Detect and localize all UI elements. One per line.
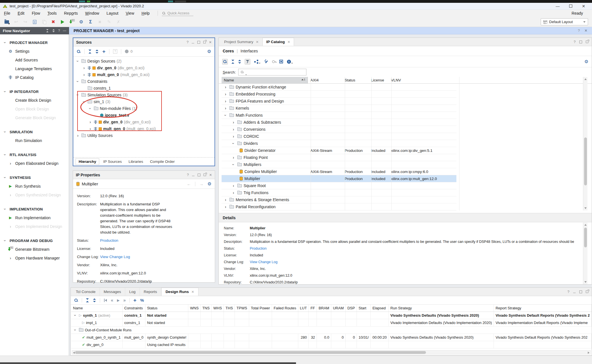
menu-reports[interactable]: Reports: [64, 11, 78, 15]
gear-icon[interactable]: [207, 181, 211, 187]
search-icon[interactable]: [77, 50, 81, 54]
menu-view[interactable]: View: [126, 11, 134, 15]
flow-section-header[interactable]: IP INTEGRATOR: [0, 87, 69, 96]
help-icon[interactable]: ?: [187, 173, 189, 177]
close-tab-icon[interactable]: ✕: [256, 40, 259, 44]
expand-icon[interactable]: [73, 314, 78, 317]
tree-row[interactable]: Simulation Sources (3): [73, 92, 215, 98]
menu-tools[interactable]: Tools: [47, 11, 57, 15]
column-header-tns[interactable]: TNS: [200, 305, 211, 312]
help-icon[interactable]: ?: [574, 40, 576, 44]
expand-all-icon[interactable]: [95, 50, 99, 54]
bottom-tab-messages[interactable]: Messages: [100, 288, 125, 296]
collapse-all-icon[interactable]: [231, 60, 235, 64]
column-header-status[interactable]: Status: [344, 77, 355, 83]
expand-icon[interactable]: [232, 134, 236, 139]
maximize-icon[interactable]: [579, 41, 582, 43]
editor-tab-ip-catalog[interactable]: IP Catalog✕: [262, 38, 294, 46]
expand-all-icon[interactable]: [238, 60, 241, 64]
maximize-icon[interactable]: [197, 41, 200, 44]
tree-row[interactable]: sim_1 (3): [73, 98, 215, 105]
minimize-icon[interactable]: [192, 176, 195, 176]
column-header-start[interactable]: Start: [357, 305, 371, 312]
table-row[interactable]: Out-of-Context Module Runs: [71, 326, 592, 334]
catalog-row[interactable]: Dividers: [222, 140, 456, 147]
flownav-item-create-block-design[interactable]: Create Block Design: [0, 96, 69, 105]
group-by-icon[interactable]: [254, 59, 261, 64]
sources-tab-hierarchy[interactable]: Hierarchy: [76, 158, 99, 165]
flow-section-header[interactable]: SIMULATION: [0, 128, 69, 136]
float-icon[interactable]: [203, 41, 206, 43]
column-header-ths[interactable]: THS: [224, 305, 235, 312]
catalog-row[interactable]: Dynamic Function eXchange: [222, 84, 456, 91]
close-icon[interactable]: ✕: [209, 41, 212, 44]
expand-icon[interactable]: [224, 205, 228, 209]
expand-icon[interactable]: [232, 183, 236, 188]
expand-icon[interactable]: [88, 120, 92, 124]
flownav-item-open-hardware-manager[interactable]: Open Hardware Manager: [0, 254, 69, 262]
maximize-icon[interactable]: [198, 174, 200, 176]
column-header-dsp[interactable]: DSP: [346, 305, 357, 312]
close-icon[interactable]: ✕: [584, 28, 587, 33]
catalog-row[interactable]: MultiplierProductionIncludedxilinx.com:i…: [222, 175, 456, 182]
tree-row[interactable]: Non-module Files (1): [73, 105, 215, 112]
expand-icon[interactable]: [82, 100, 86, 103]
expand-icon[interactable]: [76, 59, 80, 63]
maximize-icon[interactable]: [579, 290, 582, 293]
expand-icon[interactable]: [82, 66, 86, 70]
chip-icon[interactable]: [279, 60, 283, 63]
help-icon[interactable]: ?: [58, 29, 60, 33]
report-icon[interactable]: [32, 19, 37, 25]
collapse-all-icon[interactable]: [86, 298, 89, 302]
column-header-lut[interactable]: LUT: [298, 305, 309, 312]
column-header-uram[interactable]: URAM: [331, 305, 345, 312]
filter-icon[interactable]: [245, 59, 250, 65]
column-header-report-strategy[interactable]: Report Strategy: [494, 305, 591, 312]
expand-icon[interactable]: [73, 328, 78, 332]
menu-flow[interactable]: Flow: [32, 11, 40, 15]
info-icon[interactable]: [286, 59, 293, 64]
column-header-tpws[interactable]: TPWS: [235, 305, 249, 312]
run-icon[interactable]: [60, 19, 65, 25]
column-header-whs[interactable]: WHS: [211, 305, 224, 312]
bottom-tab-log[interactable]: Log: [125, 288, 140, 296]
tree-row[interactable]: Utility Sources: [73, 132, 215, 139]
expand-icon[interactable]: [232, 155, 236, 160]
bottom-tab-tcl-console[interactable]: Tcl Console: [72, 288, 100, 296]
minimize-button[interactable]: —: [556, 4, 560, 8]
generate-bitstream-icon[interactable]: 01: [69, 19, 75, 25]
property-value[interactable]: View Change Log: [250, 259, 277, 265]
run-icon[interactable]: [117, 298, 120, 302]
tree-row[interactable]: constrs_1: [73, 85, 215, 92]
column-header-wns[interactable]: WNS: [188, 305, 200, 312]
create-runs-icon[interactable]: [133, 298, 136, 302]
bottom-tab-design-runs[interactable]: Design Runs✕: [161, 288, 198, 296]
expand-icon[interactable]: [76, 134, 80, 137]
column-header-total-power[interactable]: Total Power: [249, 305, 272, 312]
catalog-row[interactable]: Conversions: [222, 126, 456, 133]
flownav-item-ip-catalog[interactable]: IP Catalog: [0, 73, 69, 82]
catalog-row[interactable]: Adders & Subtracters: [222, 119, 456, 126]
expand-all-icon[interactable]: [93, 298, 96, 302]
catalog-row[interactable]: Trig Functions: [222, 189, 456, 196]
sources-tab-ip-sources[interactable]: IP Sources: [100, 159, 125, 165]
go-to-start-icon[interactable]: [104, 299, 107, 302]
expand-icon[interactable]: [232, 162, 236, 167]
catalog-scrollbar[interactable]: [583, 77, 587, 210]
catalog-row[interactable]: Complex MultiplierAXI4-StreamProductionI…: [222, 168, 456, 175]
close-tab-icon[interactable]: ✕: [191, 290, 194, 294]
tree-row[interactable]: Design Sources (2): [73, 58, 215, 65]
resource-percent-icon[interactable]: [140, 298, 144, 303]
add-sources-icon[interactable]: [102, 50, 105, 54]
tree-row[interactable]: Constraints: [73, 78, 215, 85]
tree-row[interactable]: mult_gen_0 (mult_gen_0.xci): [73, 71, 215, 78]
minimize-icon[interactable]: [192, 43, 194, 43]
expand-icon[interactable]: [232, 141, 236, 146]
editor-tab-project-summary[interactable]: Project Summary✕: [220, 38, 262, 46]
catalog-row[interactable]: Math Functions: [222, 112, 456, 119]
column-header-run-strategy[interactable]: Run Strategy: [388, 305, 494, 312]
column-header-axi4[interactable]: AXI4: [310, 77, 319, 83]
flownav-item-run-simulation[interactable]: Run Simulation: [0, 136, 69, 145]
flow-section-header[interactable]: PROGRAM AND DEBUG: [0, 236, 69, 245]
tree-row[interactable]: mult_gen_0 (mult_gen_0.xci): [73, 125, 215, 132]
